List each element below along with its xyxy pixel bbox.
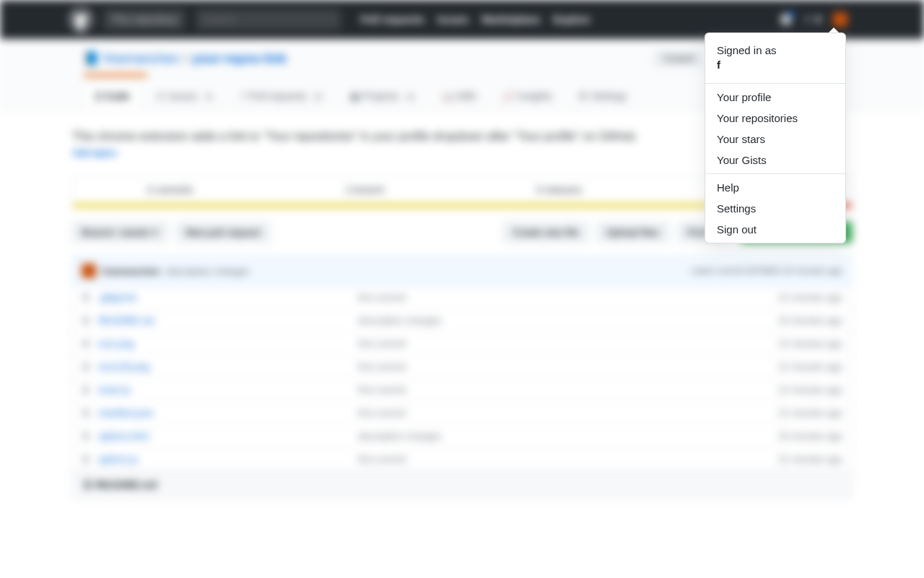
file-name-link[interactable]: manifest.json: [98, 407, 358, 418]
menu-your-gists[interactable]: Your Gists: [705, 150, 845, 171]
file-icon: 🗎: [82, 384, 91, 395]
stat-commits[interactable]: 2 commits: [73, 177, 268, 202]
file-commit-msg[interactable]: description changes: [358, 431, 778, 441]
file-time: 20 minutes ago: [778, 431, 842, 441]
header-right: + ▾: [780, 12, 847, 27]
file-time: 22 minutes ago: [778, 454, 842, 465]
file-icon: 🗎: [82, 338, 91, 349]
branch-select[interactable]: Branch: master ▾: [72, 222, 167, 243]
file-name-link[interactable]: README.md: [98, 315, 358, 326]
tab-code[interactable]: ⟨⟩ Code: [84, 82, 141, 109]
table-row: 🗎options.htmldescription changes20 minut…: [73, 425, 851, 448]
file-commit-msg[interactable]: first commit: [358, 338, 778, 349]
unwatch-button[interactable]: Unwatch: [654, 51, 704, 66]
stat-releases[interactable]: 0 releases: [462, 177, 657, 202]
commit-message[interactable]: description changes: [166, 266, 250, 277]
menu-your-stars[interactable]: Your stars: [705, 129, 845, 150]
github-logo[interactable]: [69, 8, 92, 31]
table-row: 🗎options.jsfirst commit22 minutes ago: [73, 448, 851, 471]
file-icon: 🗎: [82, 315, 91, 326]
tab-issues[interactable]: ① Issues 0: [145, 82, 225, 109]
file-time: 22 minutes ago: [778, 338, 842, 349]
create-new-icon[interactable]: + ▾: [803, 12, 821, 27]
file-icon: 🗎: [82, 292, 91, 303]
tab-insights[interactable]: 📈 Insights: [492, 82, 563, 109]
upload-files-button[interactable]: Upload files: [597, 222, 669, 243]
user-dropdown: Signed in as f Your profile Your reposit…: [705, 33, 846, 243]
tab-projects[interactable]: ▦ Projects 0: [339, 82, 427, 109]
file-commit-msg[interactable]: first commit: [358, 361, 778, 372]
tab-prs[interactable]: ⤴ Pull requests 0: [230, 82, 335, 109]
dropdown-divider: [705, 173, 845, 174]
repo-title: 📘 freemanchen / your-repos-link: [84, 51, 287, 66]
repo-icon: 📘: [84, 51, 100, 66]
dropdown-header: Signed in as f: [705, 36, 845, 80]
file-time: 20 minutes ago: [778, 315, 842, 326]
table-row: 🗎icon128.pngfirst commit22 minutes ago: [73, 355, 851, 379]
add-topics-link[interactable]: Add topics: [72, 148, 117, 158]
create-file-button[interactable]: Create new file: [503, 222, 588, 243]
file-time: 22 minutes ago: [778, 407, 842, 418]
file-commit-msg[interactable]: first commit: [358, 454, 778, 465]
commit-avatar[interactable]: [82, 264, 96, 278]
file-time: 22 minutes ago: [778, 361, 842, 372]
menu-settings[interactable]: Settings: [705, 198, 845, 219]
file-commit-msg[interactable]: description changes: [358, 315, 778, 326]
nav-explore[interactable]: Explore: [553, 14, 590, 25]
nav-issues[interactable]: Issues: [437, 14, 469, 25]
file-icon: 🗎: [82, 454, 91, 465]
search-input[interactable]: [196, 9, 341, 30]
dropdown-caret-icon: [829, 27, 839, 33]
search-context[interactable]: This repository: [104, 9, 185, 30]
file-time: 22 minutes ago: [778, 384, 842, 395]
repo-name-link[interactable]: your-repos-link: [192, 51, 287, 66]
file-name-link[interactable]: icon128.png: [98, 361, 358, 372]
file-commit-msg[interactable]: first commit: [358, 384, 778, 395]
file-commit-msg[interactable]: first commit: [358, 407, 778, 418]
header-nav: Pull requests Issues Marketplace Explore: [361, 14, 590, 25]
menu-help[interactable]: Help: [705, 177, 845, 198]
file-commit-msg[interactable]: first commit: [358, 292, 778, 303]
file-icon: 🗎: [82, 407, 91, 418]
repo-color-bar: [84, 74, 147, 77]
nav-marketplace[interactable]: Marketplace: [481, 14, 540, 25]
tab-settings[interactable]: ⚙ Settings: [567, 82, 637, 109]
table-row: 🗎README.mddescription changes20 minutes …: [73, 309, 851, 332]
file-time: 22 minutes ago: [778, 292, 842, 303]
table-row: 🗎manifest.jsonfirst commit22 minutes ago: [73, 402, 851, 425]
file-icon: 🗎: [82, 361, 91, 372]
file-name-link[interactable]: icon.png: [98, 338, 358, 349]
new-pr-button[interactable]: New pull request: [176, 222, 270, 243]
file-name-link[interactable]: options.html: [98, 431, 358, 441]
menu-sign-out[interactable]: Sign out: [705, 219, 845, 240]
file-icon: 🗎: [82, 431, 91, 441]
nav-pull-requests[interactable]: Pull requests: [361, 14, 424, 25]
file-name-link[interactable]: insert.js: [98, 384, 358, 395]
mark-github-icon: [71, 9, 91, 30]
readme-header: ☰ README.md: [72, 472, 852, 499]
menu-your-repositories[interactable]: Your repositories: [705, 108, 845, 129]
file-name-link[interactable]: options.js: [98, 454, 358, 465]
table-row: 🗎.gitignorefirst commit22 minutes ago: [73, 286, 851, 309]
stat-branches[interactable]: 1 branch: [268, 177, 463, 202]
file-list: 🗎.gitignorefirst commit22 minutes ago🗎RE…: [72, 286, 852, 472]
table-row: 🗎icon.pngfirst commit22 minutes ago: [73, 332, 851, 355]
commit-user[interactable]: freemanchen: [102, 266, 160, 277]
latest-commit-bar: freemanchen description changes Latest c…: [72, 256, 852, 286]
avatar[interactable]: [833, 12, 847, 27]
tab-wiki[interactable]: 📖 Wiki: [432, 82, 487, 109]
notifications-icon[interactable]: [780, 14, 792, 25]
signed-in-as-label: Signed in as: [717, 44, 777, 56]
dropdown-username: f: [717, 59, 720, 71]
file-name-link[interactable]: .gitignore: [98, 292, 358, 303]
table-row: 🗎insert.jsfirst commit22 minutes ago: [73, 379, 851, 402]
dropdown-divider: [705, 83, 845, 84]
menu-your-profile[interactable]: Your profile: [705, 87, 845, 108]
repo-owner-link[interactable]: freemanchen: [104, 51, 180, 66]
commit-meta: Latest commit b976b63 20 minutes ago: [691, 266, 842, 276]
